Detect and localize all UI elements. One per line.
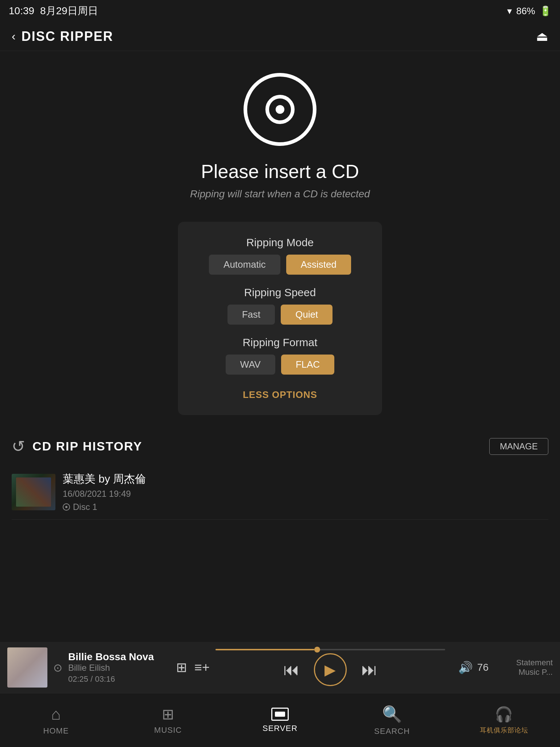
cd-ring-outer (244, 73, 316, 146)
mode-assisted-button[interactable]: Assisted (286, 255, 351, 275)
history-album-title: 葉惠美 by 周杰倫 (63, 472, 548, 487)
history-header: ↺ CD RIP HISTORY MANAGE (12, 437, 548, 456)
ripping-format-group: Ripping Format WAV FLAC (200, 336, 360, 375)
history-section: ↺ CD RIP HISTORY MANAGE 葉惠美 by 周杰倫 16/08… (0, 437, 560, 520)
headphone-icon: 🎧 (495, 706, 513, 723)
np-server-text: Statement Music P... (494, 658, 553, 677)
np-track-title: Billie Bossa Nova (68, 651, 163, 663)
home-icon: ⌂ (51, 705, 61, 723)
ripping-speed-buttons: Fast Quiet (228, 305, 333, 325)
nav-music[interactable]: ⊞ MUSIC (112, 706, 224, 735)
ripping-speed-group: Ripping Speed Fast Quiet (200, 286, 360, 325)
status-right: ▾ 86% 🔋 (507, 5, 551, 17)
less-options-button[interactable]: LESS OPTIONS (243, 389, 317, 400)
np-artist: Billie Eilish (68, 663, 163, 673)
manage-button[interactable]: MANAGE (489, 438, 548, 455)
ripping-mode-buttons: Automatic Assisted (209, 255, 351, 275)
ripping-mode-label: Ripping Mode (246, 236, 314, 249)
play-button[interactable]: ▶ (314, 653, 347, 686)
np-info: Billie Bossa Nova Billie Eilish 02:25 / … (68, 651, 163, 684)
status-bar: 10:39 8月29日周日 ▾ 86% 🔋 (0, 0, 560, 22)
volume-number: 76 (477, 662, 489, 673)
np-search-indicator: ⊙ (53, 661, 62, 674)
ripping-format-label: Ripping Format (242, 336, 317, 349)
history-item[interactable]: 葉惠美 by 周杰倫 16/08/2021 19:49 Disc 1 (12, 464, 548, 520)
mode-automatic-button[interactable]: Automatic (209, 255, 280, 275)
cd-ring-inner (265, 95, 295, 124)
bottom-nav: ⌂ HOME ⊞ MUSIC SERVER 🔍 SEARCH 🎧 耳机俱乐部论坛 (0, 693, 560, 747)
nav-headphone[interactable]: 🎧 耳机俱乐部论坛 (448, 706, 560, 735)
cd-center-dot (276, 105, 284, 114)
battery-text: 86% (516, 5, 535, 17)
nav-search[interactable]: 🔍 SEARCH (336, 705, 448, 736)
album-art-detail (16, 477, 51, 507)
history-disc: Disc 1 (63, 502, 548, 512)
header-left: ‹ DISC RIPPER (12, 29, 113, 44)
album-art-inner (12, 474, 55, 510)
next-button[interactable]: ⏭ (361, 661, 377, 679)
insert-subtitle: Ripping will start when a CD is detected (190, 188, 370, 200)
options-panel: Ripping Mode Automatic Assisted Ripping … (178, 222, 382, 415)
np-album-art (7, 647, 47, 688)
volume-icon: 🔊 (458, 661, 473, 674)
ripping-speed-label: Ripping Speed (244, 286, 316, 299)
nav-home-label: HOME (43, 726, 69, 736)
music-icon: ⊞ (162, 706, 174, 723)
ripping-format-buttons: WAV FLAC (226, 355, 335, 375)
prev-button[interactable]: ⏮ (283, 661, 299, 679)
battery-icon: 🔋 (540, 5, 551, 17)
status-time: 10:39 (9, 5, 34, 17)
format-wav-button[interactable]: WAV (226, 355, 275, 375)
speed-fast-button[interactable]: Fast (228, 305, 275, 325)
history-date: 16/08/2021 19:49 (63, 489, 548, 499)
speed-quiet-button[interactable]: Quiet (281, 305, 332, 325)
nav-server-label: SERVER (262, 724, 298, 733)
main-content: Please insert a CD Ripping will start wh… (0, 51, 560, 415)
history-title: CD RIP HISTORY (32, 439, 482, 453)
progress-dot (314, 647, 320, 653)
nav-music-label: MUSIC (154, 725, 182, 735)
nav-server[interactable]: SERVER (224, 708, 336, 733)
wifi-icon: ▾ (507, 5, 512, 17)
np-progress-area: ⏮ ▶ ⏭ (215, 649, 445, 686)
nav-home[interactable]: ⌂ HOME (0, 705, 112, 736)
progress-bar[interactable] (215, 649, 445, 650)
add-to-queue-button[interactable]: ⊞ (176, 660, 187, 675)
status-date: 8月29日周日 (40, 4, 98, 18)
np-volume-area: 🔊 76 (458, 661, 489, 674)
format-flac-button[interactable]: FLAC (281, 355, 334, 375)
history-icon: ↺ (12, 437, 25, 456)
search-icon: 🔍 (382, 705, 402, 724)
np-main-controls: ⏮ ▶ ⏭ (283, 653, 377, 686)
progress-fill (215, 649, 314, 650)
history-disc-label: Disc 1 (73, 502, 97, 512)
header: ‹ DISC RIPPER ⏏ (0, 22, 560, 51)
album-art (12, 474, 55, 510)
eject-button[interactable]: ⏏ (536, 29, 548, 44)
page-title: DISC RIPPER (22, 29, 113, 44)
np-server-label: Statement Music P... (494, 658, 553, 677)
nav-search-label: SEARCH (374, 727, 410, 736)
server-icon (271, 708, 289, 721)
status-left: 10:39 8月29日周日 (9, 4, 98, 18)
insert-title: Please insert a CD (201, 160, 359, 182)
history-info: 葉惠美 by 周杰倫 16/08/2021 19:49 Disc 1 (63, 472, 548, 512)
disc-icon (63, 503, 70, 511)
back-button[interactable]: ‹ (12, 30, 16, 43)
ripping-mode-group: Ripping Mode Automatic Assisted (200, 236, 360, 275)
nav-headphone-label: 耳机俱乐部论坛 (480, 726, 528, 735)
now-playing-bar: ⊙ Billie Bossa Nova Billie Eilish 02:25 … (0, 642, 560, 693)
np-time: 02:25 / 03:16 (68, 674, 163, 684)
np-controls-left: ⊞ ≡+ (176, 660, 210, 675)
cd-icon (244, 73, 316, 146)
add-to-playlist-button[interactable]: ≡+ (194, 660, 210, 675)
